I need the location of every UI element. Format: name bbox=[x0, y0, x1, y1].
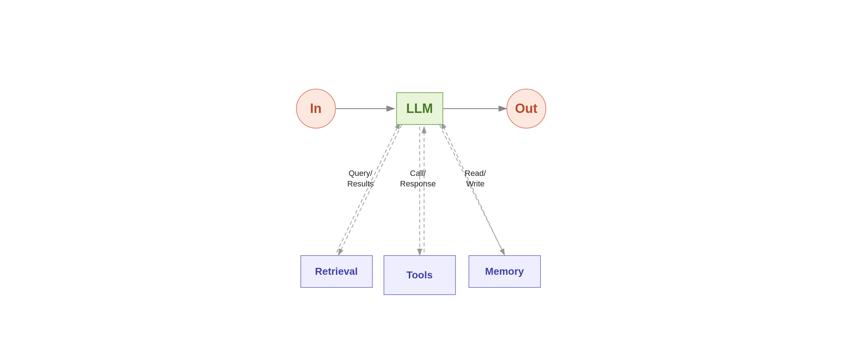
retrieval-node: Retrieval bbox=[300, 255, 373, 288]
call-response-label: Call/Response bbox=[400, 168, 436, 189]
diagram-container: In LLM Out Query/Results Call/Response R… bbox=[217, 45, 651, 317]
read-write-label: Read/Write bbox=[465, 168, 486, 189]
out-node: Out bbox=[506, 89, 546, 129]
tools-node: Tools bbox=[384, 255, 456, 295]
tools-label: Tools bbox=[406, 269, 433, 281]
svg-line-9 bbox=[440, 125, 505, 255]
query-results-label: Query/Results bbox=[347, 168, 374, 189]
llm-node: LLM bbox=[396, 92, 443, 125]
in-label: In bbox=[310, 101, 322, 116]
llm-label: LLM bbox=[406, 101, 433, 116]
memory-label: Memory bbox=[485, 266, 524, 277]
retrieval-label: Retrieval bbox=[315, 266, 358, 277]
out-label: Out bbox=[515, 101, 538, 116]
svg-line-5 bbox=[338, 125, 402, 255]
memory-node: Memory bbox=[469, 255, 541, 288]
in-node: In bbox=[296, 89, 336, 129]
